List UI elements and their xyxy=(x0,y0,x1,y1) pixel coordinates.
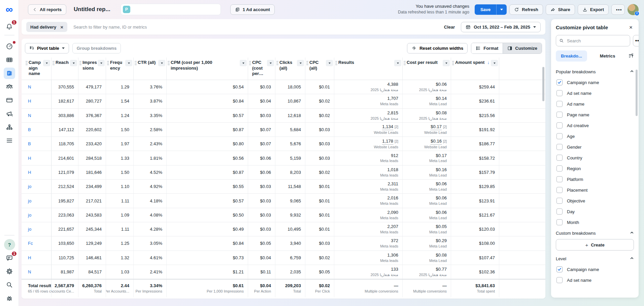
column-header-4[interactable]: CTR (all) xyxy=(134,58,167,80)
checkbox-unchecked[interactable] xyxy=(556,101,563,107)
campaign-name-link[interactable]: H xyxy=(28,156,31,161)
group-breakdowns-button[interactable]: Group breakdowns xyxy=(72,43,121,53)
checkbox-unchecked[interactable] xyxy=(556,208,563,215)
column-header-7[interactable]: Clicks (all) xyxy=(275,58,305,80)
checkbox-unchecked[interactable] xyxy=(556,219,563,225)
column-header-3[interactable]: Frequency xyxy=(106,58,134,80)
section-header[interactable]: Level xyxy=(556,253,634,264)
cost-per-result-cell-value[interactable]: $0.16 xyxy=(431,139,442,145)
meta-logo[interactable]: ∞ xyxy=(6,3,13,15)
export-button[interactable]: Export xyxy=(578,4,609,15)
campaign-name-link[interactable]: H xyxy=(28,255,31,260)
checkbox-unchecked[interactable] xyxy=(556,165,563,171)
checkbox-unchecked[interactable] xyxy=(556,176,563,182)
checkbox-unchecked[interactable] xyxy=(556,277,563,283)
sidebar-item-menu[interactable] xyxy=(4,135,15,146)
notifications-button[interactable]: 1 xyxy=(4,21,15,32)
breakdown-item[interactable]: Month xyxy=(556,217,634,228)
checkbox-checked[interactable] xyxy=(556,266,563,272)
breakdown-item[interactable]: Ad name xyxy=(556,99,634,109)
column-menu-button[interactable] xyxy=(326,60,333,66)
filter-chip-had-delivery[interactable]: Had delivery × xyxy=(26,22,67,32)
checkbox-unchecked[interactable] xyxy=(556,144,563,150)
breakdown-item[interactable]: Day xyxy=(556,206,634,217)
breakdown-item[interactable]: Page name xyxy=(556,109,634,120)
save-button[interactable]: Save xyxy=(475,4,496,15)
sort-order-button[interactable] xyxy=(628,53,634,59)
column-header-1[interactable]: Reach xyxy=(52,58,78,80)
checkbox-unchecked[interactable] xyxy=(556,155,563,161)
tab-breakdowns[interactable]: Breakdo... xyxy=(556,50,587,62)
feedback-button[interactable]: 1 xyxy=(4,252,15,264)
format-button[interactable]: Format xyxy=(471,43,503,53)
column-header-11[interactable]: Amount spent↓ xyxy=(451,58,499,80)
column-header-8[interactable]: CPC (all) xyxy=(305,58,334,80)
report-title[interactable]: Untitled rep... xyxy=(74,6,110,13)
panel-search-input[interactable] xyxy=(566,38,627,44)
campaign-name-link[interactable]: H xyxy=(28,99,31,104)
section-header[interactable]: Popular breakdowns xyxy=(556,66,634,77)
column-header-2[interactable]: Impressions xyxy=(78,58,106,80)
column-menu-button[interactable] xyxy=(43,60,50,66)
campaign-name-link[interactable]: jo xyxy=(28,227,31,232)
breakdown-item[interactable]: Region xyxy=(556,163,634,174)
more-options-button[interactable]: ••• xyxy=(611,4,625,15)
close-panel-icon[interactable]: × xyxy=(628,24,634,31)
checkbox-unchecked[interactable] xyxy=(556,133,563,139)
share-button[interactable]: Share xyxy=(546,4,575,15)
avatar[interactable]: f xyxy=(628,4,639,15)
view-type-dropdown[interactable]: Pivot table xyxy=(25,43,69,53)
campaign-name-link[interactable]: H xyxy=(28,170,31,175)
customize-button[interactable]: Customize xyxy=(503,43,542,53)
breakdown-item[interactable]: Ad set name xyxy=(556,275,634,285)
campaign-name-link[interactable]: N xyxy=(28,84,31,89)
breakdown-item[interactable]: Placement xyxy=(556,185,634,195)
checkbox-unchecked[interactable] xyxy=(556,187,563,193)
column-header-10[interactable]: Cost per result xyxy=(403,58,451,80)
breakdown-item[interactable]: Campaign name xyxy=(556,264,634,275)
checkbox-checked[interactable] xyxy=(556,79,563,85)
column-menu-button[interactable] xyxy=(70,60,77,66)
column-menu-button[interactable] xyxy=(240,60,247,66)
panel-search-field[interactable] xyxy=(556,35,630,46)
campaign-name-link[interactable]: jo xyxy=(28,184,31,189)
panel-scrollbar[interactable] xyxy=(636,70,638,116)
create-custom-breakdown-button[interactable]: +Create xyxy=(556,239,634,251)
column-header-6[interactable]: CPC (cost per… xyxy=(248,58,275,80)
checkbox-unchecked[interactable] xyxy=(556,198,563,204)
tab-metrics[interactable]: Metrics xyxy=(600,53,615,59)
tag-chip[interactable]: P xyxy=(123,6,130,13)
report-tags-input[interactable]: P xyxy=(121,4,221,15)
sidebar-item-campaigns[interactable] xyxy=(4,54,15,66)
column-menu-button[interactable] xyxy=(158,60,165,66)
checkbox-unchecked[interactable] xyxy=(556,112,563,118)
column-header-9[interactable]: Results xyxy=(334,58,403,80)
sidebar-item-reports[interactable] xyxy=(4,68,15,79)
breakdown-item[interactable]: Campaign name xyxy=(556,77,634,88)
campaign-name-link[interactable]: jo xyxy=(28,198,31,203)
column-header-0[interactable]: Campaign name xyxy=(25,58,52,80)
breakdown-item[interactable]: Gender xyxy=(556,142,634,152)
breakdown-item[interactable]: Objective xyxy=(556,195,634,206)
sidebar-item-dashboard[interactable] xyxy=(4,41,15,52)
reset-column-widths-button[interactable]: Reset column widths xyxy=(407,43,468,53)
all-reports-back-button[interactable]: All reports xyxy=(28,4,66,15)
remove-filter-icon[interactable]: × xyxy=(60,24,63,30)
campaign-name-link[interactable]: N xyxy=(28,113,31,118)
campaign-name-link[interactable]: Fc xyxy=(28,241,33,246)
checkbox-unchecked[interactable] xyxy=(556,90,563,96)
results-cell-value[interactable]: 1,134 xyxy=(382,124,393,130)
column-menu-button[interactable] xyxy=(98,60,105,66)
campaign-name-link[interactable]: N xyxy=(28,269,31,274)
refresh-button[interactable]: Refresh xyxy=(509,4,543,15)
cost-per-result-cell-value[interactable]: $0.17 xyxy=(431,124,442,130)
breakdown-item[interactable]: Ad creative xyxy=(556,120,634,131)
panel-more-options-button[interactable]: ••• xyxy=(633,35,639,46)
ad-account-selector[interactable]: 1 Ad account xyxy=(230,4,275,15)
column-menu-button[interactable] xyxy=(443,60,450,66)
bug-report-button[interactable] xyxy=(4,293,15,304)
section-header[interactable]: Custom breakdowns xyxy=(556,228,634,238)
breakdown-item[interactable]: Country xyxy=(556,152,634,163)
sidebar-item-billing[interactable] xyxy=(4,94,15,106)
search-nav-button[interactable] xyxy=(4,279,15,291)
